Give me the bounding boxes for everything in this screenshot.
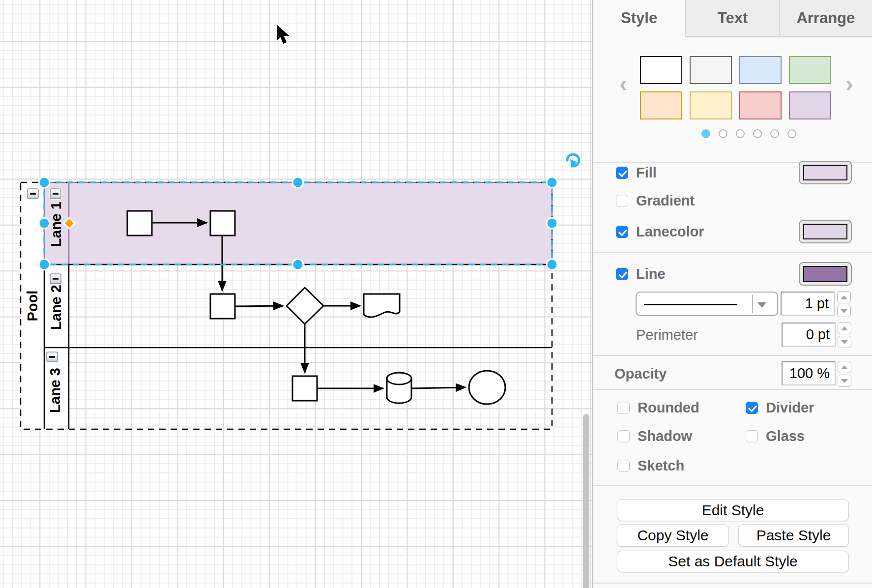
stepper-down-icon[interactable]	[838, 336, 851, 348]
set-default-style-button[interactable]: Set as Default Style	[617, 551, 849, 572]
page-dot-2[interactable]	[719, 129, 727, 138]
stepper-down-icon[interactable]	[837, 305, 851, 317]
format-tabs: Style Text Arrange	[593, 0, 872, 37]
glass-checkbox[interactable]	[746, 430, 758, 442]
handle-top-center[interactable]	[292, 177, 303, 188]
process-box-2[interactable]	[210, 211, 235, 235]
process-box-4[interactable]	[292, 376, 317, 401]
sketch-checkbox[interactable]	[617, 460, 630, 472]
process-box-1[interactable]	[127, 211, 152, 235]
lanecolor-checkbox[interactable]	[616, 226, 628, 238]
decision-diamond[interactable]	[287, 288, 323, 324]
line-style-dropdown[interactable]	[636, 292, 778, 316]
lane-borders	[44, 265, 552, 429]
handle-bottom-center[interactable]	[292, 259, 303, 270]
divider-label: Divider	[766, 400, 814, 416]
glass-label: Glass	[766, 428, 805, 444]
section-divider	[593, 583, 872, 584]
end-ellipse[interactable]	[469, 371, 505, 404]
lane-1-label[interactable]: Lane 1	[48, 202, 64, 247]
tab-text[interactable]: Text	[686, 0, 779, 37]
handle-middle-right[interactable]	[547, 218, 557, 229]
handle-bottom-right[interactable]	[547, 259, 557, 270]
line-checkbox[interactable]	[616, 268, 628, 280]
stepper-down-icon[interactable]	[838, 375, 851, 387]
lane-3-collapse-icon[interactable]	[47, 352, 58, 362]
handle-top-left[interactable]	[39, 177, 50, 188]
section-divider	[593, 252, 872, 253]
canvas-vertical-scrollbar[interactable]	[583, 414, 589, 588]
fill-label: Fill	[636, 165, 657, 181]
line-style-sample	[644, 304, 737, 305]
divider-checkbox[interactable]	[746, 402, 758, 414]
handle-bottom-left[interactable]	[39, 259, 50, 270]
line-width-input[interactable]	[781, 292, 835, 316]
palette-swatch-red[interactable]	[739, 91, 782, 119]
lane-3-label[interactable]: Lane 3	[47, 368, 63, 413]
palette-swatch-blue[interactable]	[739, 56, 782, 84]
stepper-up-icon[interactable]	[838, 361, 851, 373]
tab-style[interactable]: Style	[593, 0, 686, 37]
palette-swatch-default[interactable]	[640, 56, 682, 84]
rotate-handle-icon[interactable]	[567, 154, 579, 168]
section-divider	[593, 389, 872, 390]
page-dot-6[interactable]	[787, 129, 796, 138]
fill-color-preview	[803, 165, 847, 180]
gradient-checkbox[interactable]	[616, 195, 628, 207]
connector-3[interactable]	[235, 306, 283, 306]
tab-arrange[interactable]: Arrange	[779, 0, 872, 37]
palette-swatch-orange[interactable]	[640, 91, 682, 119]
copy-style-button[interactable]: Copy Style	[617, 524, 729, 547]
edit-style-button[interactable]: Edit Style	[617, 499, 849, 521]
palette-prev-icon[interactable]: ‹	[613, 73, 633, 94]
lanecolor-color-button[interactable]	[799, 220, 852, 243]
fill-color-button[interactable]	[799, 161, 852, 184]
palette-swatch-yellow[interactable]	[690, 91, 732, 119]
palette-swatch-green[interactable]	[789, 56, 831, 84]
lane-2-label[interactable]: Lane 2	[48, 285, 64, 330]
format-panel: Style Text Arrange ‹ › Fill Gradient L	[593, 0, 872, 588]
palette-next-icon[interactable]: ›	[840, 73, 859, 94]
database-cylinder-top	[387, 373, 411, 384]
pool-label[interactable]: Pool	[25, 291, 40, 322]
stepper-up-icon[interactable]	[837, 291, 851, 303]
handle-top-right[interactable]	[547, 177, 557, 188]
lanecolor-color-preview	[803, 224, 847, 239]
opacity-input[interactable]	[782, 361, 836, 385]
connector-7[interactable]	[411, 387, 465, 388]
line-width-stepper[interactable]	[837, 291, 851, 317]
document-shape[interactable]	[364, 294, 400, 317]
diagram-canvas[interactable]: Pool Lane 1 Lane 2 Lane 3	[0, 0, 593, 588]
page-dot-4[interactable]	[753, 129, 762, 138]
palette-page-dots	[701, 129, 796, 138]
page-dot-3[interactable]	[736, 129, 745, 138]
stepper-up-icon[interactable]	[838, 322, 851, 334]
fill-checkbox[interactable]	[616, 167, 628, 179]
opacity-label: Opacity	[614, 366, 667, 382]
perimeter-label: Perimeter	[636, 327, 698, 343]
section-divider	[593, 355, 872, 356]
opacity-stepper[interactable]	[838, 361, 851, 387]
lanecolor-label: Lanecolor	[636, 224, 704, 240]
page-dot-1[interactable]	[701, 129, 710, 138]
palette-swatch-gray[interactable]	[690, 56, 732, 84]
perimeter-input[interactable]	[782, 323, 836, 347]
process-box-3[interactable]	[210, 294, 235, 319]
lane-1-collapse-icon[interactable]	[50, 189, 61, 199]
lane-1[interactable]	[44, 182, 552, 265]
dropdown-separator	[752, 294, 753, 313]
style-palette	[640, 56, 832, 120]
pool-collapse-icon[interactable]	[28, 189, 38, 199]
paste-style-button[interactable]: Paste Style	[738, 524, 849, 547]
gradient-label: Gradient	[636, 193, 695, 209]
page-dot-5[interactable]	[770, 129, 779, 138]
diagram-svg: Pool Lane 1 Lane 2 Lane 3	[0, 0, 593, 588]
line-color-button[interactable]	[799, 262, 852, 286]
palette-swatch-purple[interactable]	[789, 91, 831, 119]
section-divider	[593, 485, 872, 486]
lane-2-collapse-icon[interactable]	[50, 274, 61, 284]
line-color-preview	[803, 266, 847, 282]
dropdown-arrow-icon	[757, 302, 766, 308]
handle-middle-left[interactable]	[39, 218, 50, 229]
perimeter-stepper[interactable]	[838, 322, 851, 348]
